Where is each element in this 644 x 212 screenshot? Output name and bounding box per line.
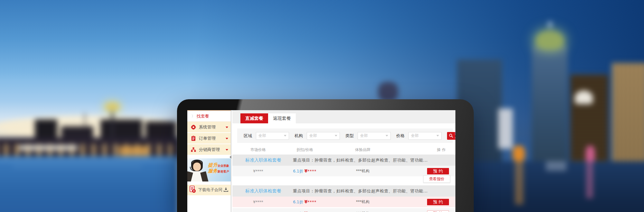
menu-label: 系统管理 (199, 124, 216, 130)
book-button[interactable]: 预 约 (427, 199, 449, 205)
sidebar-item-order-management[interactable]: 订单管理 (187, 133, 231, 144)
institution-select[interactable]: 全部 (307, 132, 340, 140)
caret-down-icon (335, 135, 337, 138)
package-offer-row: ¥**** 6.1折¥**** ***机构 预 约 (232, 208, 455, 212)
tab-cashback[interactable]: 返现套餐 (268, 113, 296, 123)
search-button[interactable]: 搜 索 (447, 132, 455, 140)
gear-icon (190, 124, 196, 130)
col-discount-price: 折扣/价格 (284, 147, 326, 153)
chevron-right-icon: 〉 (191, 114, 195, 119)
caret-down-icon (226, 149, 228, 152)
table-header: 市场价格 折扣/价格 体验品牌 操 作 (232, 146, 455, 154)
package-link[interactable]: 标准入职体检套餐 (245, 188, 281, 194)
filter-bar: 区域 全部 机构 全部 类型 全部 价格 (237, 128, 453, 143)
brand: ***机构 (326, 199, 400, 205)
main-panel: 直减套餐 返现套餐 区域 全部 机构 全部 类型 (232, 110, 455, 212)
book-button[interactable]: 预 约 (427, 168, 449, 174)
sidebar-item-find-package[interactable]: 〉 找套餐 (187, 110, 231, 122)
caret-down-icon (226, 138, 228, 141)
download-contract-label: 下载电子合同 (198, 187, 222, 193)
sidebar-item-distributor-management[interactable]: 分销商管理 (187, 144, 231, 155)
menu-label: 订单管理 (199, 136, 216, 141)
tablet-bezel: 〉 找套餐 系统管理 订单管理 (177, 99, 474, 212)
package-title-row: 标准入职体检套餐 重点项目：肿瘤筛查，妇科检查、多部位超声检查、肝功能、肾功能.… (232, 185, 455, 197)
menu-label: 分销商管理 (199, 147, 220, 153)
book-button-outline[interactable]: 预 约 (427, 210, 449, 212)
service-banner[interactable]: 提升企业形象 服务新老客户 (187, 158, 231, 181)
sidebar-collapse-handle[interactable] (228, 155, 231, 159)
water-left (0, 156, 179, 212)
package-description: 重点项目：肿瘤筛查，妇科检查、多部位超声检查、肝功能、肾功能... (293, 188, 428, 194)
brand: ***机构 (326, 211, 400, 212)
market-price: ¥**** (232, 169, 284, 173)
filter-label-type: 类型 (345, 133, 354, 139)
caret-down-icon (284, 135, 286, 138)
caret-down-icon (226, 127, 228, 129)
discount-price: 6.1折¥**** (284, 168, 326, 174)
col-brand: 体验品牌 (326, 147, 400, 153)
package-offer-row-highlighted: ¥**** 6.1折¥**** ***机构 预 约 (232, 197, 455, 207)
sidebar-item-system-management[interactable]: 系统管理 (187, 122, 231, 133)
caret-down-icon (386, 135, 388, 138)
sidebar: 〉 找套餐 系统管理 订单管理 (187, 110, 231, 212)
clipboard-icon (190, 136, 196, 141)
col-market-price: 市场价格 (232, 147, 284, 153)
banner-slogan: 提升企业形象 服务新老客户 (208, 163, 229, 174)
discount-price: 6.1折¥**** (284, 199, 326, 205)
discount-price: 6.1折¥**** (284, 211, 326, 212)
region-select[interactable]: 全部 (256, 132, 289, 140)
find-package-label: 找套餐 (197, 113, 209, 119)
document-seal-icon (190, 186, 196, 194)
filter-label-region: 区域 (244, 133, 252, 139)
view-quote-button[interactable]: 查看报价 (423, 175, 450, 183)
scene: 〉 找套餐 系统管理 订单管理 (0, 0, 644, 212)
package-title-row: 标准入职体检套餐 重点项目：肿瘤筛查，妇科检查、多部位超声检查、肝功能、肾功能.… (232, 155, 455, 166)
brand: ***机构 (326, 168, 400, 174)
caret-down-icon (436, 135, 439, 138)
market-price: ¥**** (232, 200, 284, 204)
filter-label-institution: 机构 (294, 133, 303, 139)
search-icon (449, 134, 453, 138)
download-icon (224, 187, 228, 193)
download-contract-button[interactable]: 下载电子合同 (187, 185, 231, 195)
col-actions: 操 作 (400, 147, 455, 153)
app-screen: 〉 找套餐 系统管理 订单管理 (187, 110, 455, 212)
filter-label-price: 价格 (396, 133, 405, 139)
package-description: 重点项目：肿瘤筛查，妇科检查、多部位超声检查、肝功能、肾功能... (293, 157, 428, 163)
package-offer-row: ¥**** 6.1折¥**** ***机构 预 约 (232, 166, 455, 176)
type-select[interactable]: 全部 (358, 132, 391, 140)
tab-direct-discount[interactable]: 直减套餐 (240, 113, 268, 123)
tab-bar: 直减套餐 返现套餐 (232, 110, 455, 123)
tower-right (532, 46, 568, 164)
price-select[interactable]: 全部 (408, 132, 442, 140)
org-chart-icon (190, 147, 196, 152)
package-link[interactable]: 标准入职体检套餐 (245, 157, 281, 163)
